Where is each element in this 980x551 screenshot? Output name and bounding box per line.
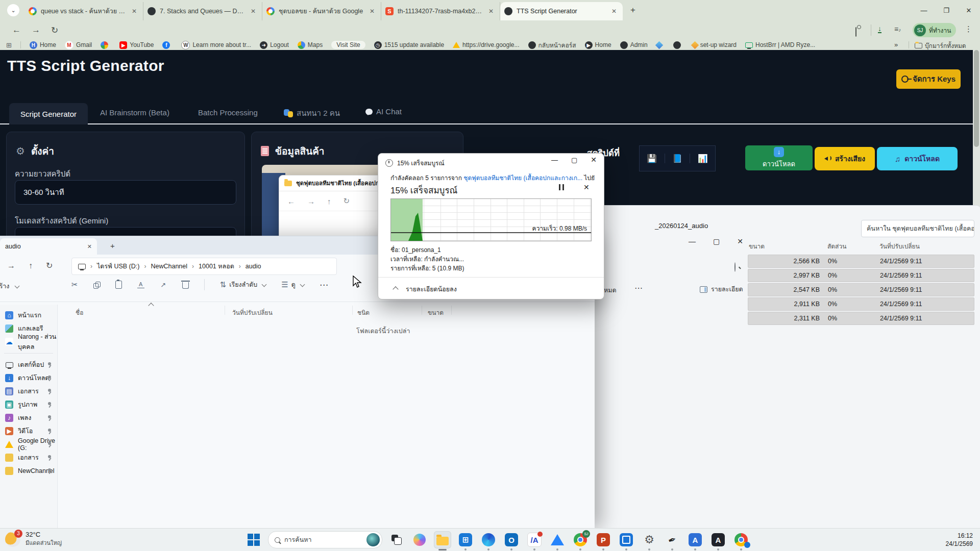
copilot-button[interactable] (411, 531, 428, 548)
cancel-copy-button[interactable]: ✕ (583, 183, 590, 191)
bookmarks-overflow-icon[interactable]: » (894, 41, 898, 48)
browser-tab-3[interactable]: ชุดบอลขย - ค้นหาด้วย Google ✕ (262, 2, 381, 20)
sidebar-home[interactable]: ⌂หน้าแรก (0, 309, 57, 322)
restore-button[interactable]: ▢ (713, 237, 720, 245)
back-icon[interactable]: ← (12, 25, 21, 35)
manage-keys-button[interactable]: จัดการ Keys (896, 69, 961, 89)
close-button[interactable]: ✕ (737, 237, 743, 245)
google-drive-button[interactable] (549, 531, 566, 548)
bookmark-facebook[interactable]: f (162, 41, 173, 49)
col-size[interactable]: ขนาด (749, 241, 765, 251)
new-tab-button[interactable]: + (623, 5, 643, 15)
bookmark-logout[interactable]: ➜Logout (260, 41, 289, 49)
export-icon[interactable]: 📘 (665, 154, 691, 163)
download-script-button[interactable]: ↓ ดาวน์โหลด (745, 145, 813, 170)
powerpoint-button[interactable]: P (595, 531, 612, 548)
taskbar-search[interactable]: การค้นหา (268, 531, 382, 548)
close-button[interactable]: ✕ (591, 156, 597, 164)
toolbar-partial-label[interactable]: หมด (604, 285, 617, 295)
browser-tab-4[interactable]: S th-11134207-7rasb-ma4xb2jy3 ✕ (381, 2, 500, 20)
crumb-usb-drive[interactable]: ไดรฟ์ USB (D:) (97, 261, 139, 271)
tab-ai-brainstorm[interactable]: AI Brainstorm (Beta) (100, 108, 169, 117)
bookmark-home2[interactable]: ▶Home (585, 41, 611, 49)
downloads-icon[interactable]: ↓ (878, 26, 881, 33)
crumb-newchannel[interactable]: NewChannel (151, 263, 187, 270)
restore-button[interactable]: ❐ (935, 0, 958, 20)
store-button[interactable]: ⊞ (457, 531, 474, 548)
chrome-button[interactable]: SJ (572, 531, 589, 548)
blue-a-app-button[interactable]: A (687, 531, 704, 548)
breadcrumb[interactable]: › ไดรฟ์ USB (D:) › NewChannel › 10001 หล… (71, 258, 337, 275)
sidebar-desktop[interactable]: เดสก์ท็อป (0, 358, 57, 371)
bookmark-youtube[interactable]: ▶YouTube (119, 41, 154, 49)
tab-close-icon[interactable]: ✕ (87, 243, 92, 250)
minimize-button[interactable]: — (551, 156, 558, 164)
bookmark-visit-site[interactable]: Visit Site (331, 41, 365, 49)
close-button[interactable]: ✕ (958, 0, 980, 20)
bookmark-drive[interactable]: https://drive.google... (453, 41, 519, 48)
popup-up-icon[interactable]: ↑ (327, 197, 331, 206)
bookmark-home[interactable]: HHome (30, 41, 56, 49)
rename-icon[interactable]: A (137, 281, 144, 288)
tab-batch-processing[interactable]: Batch Processing (198, 108, 258, 117)
reload-icon[interactable]: ↻ (51, 25, 58, 36)
chrome-alt-button[interactable] (732, 531, 750, 548)
minimize-button[interactable]: — (913, 0, 935, 20)
file-row[interactable]: 2,997 KB 0% 24/1/2569 9:11 (748, 269, 974, 282)
forward-icon[interactable]: → (7, 261, 15, 270)
bookmark-1515[interactable]: ◷1515 update available (374, 41, 444, 49)
menu-kebab-icon[interactable]: ⋮ (965, 24, 972, 34)
file-row[interactable]: 2,547 KB 0% 24/1/2569 9:11 (748, 283, 974, 296)
search-box[interactable]: ค้นหาใน ชุดฟุตบอลทีมชาติไทย (เสื้อคอปกแล… (861, 220, 974, 237)
all-bookmarks-button[interactable]: บุ๊กมาร์กทั้งหมด (915, 41, 966, 51)
crumb-audio[interactable]: audio (246, 263, 261, 270)
bookmark-gmail[interactable]: MGmail (65, 41, 92, 49)
tab-ai-chat[interactable]: AI Chat (365, 107, 402, 116)
bookmark-wordpress[interactable]: WLearn more about tr... (181, 41, 251, 49)
tab-close-icon[interactable]: ✕ (486, 7, 496, 16)
pen-app-button[interactable]: ✒ (664, 531, 681, 548)
tab-search-icon[interactable]: ⌄ (7, 4, 19, 16)
delete-icon[interactable] (182, 282, 189, 289)
details-toggle[interactable]: รายละเอียด (700, 284, 743, 294)
sort-button[interactable]: ⇅ เรียงลำดับ (220, 280, 266, 290)
settings-button[interactable]: ⚙ (641, 531, 658, 548)
bookmark-diamond[interactable] (656, 42, 665, 48)
reading-list-icon[interactable]: ≡♪ (894, 25, 901, 33)
tab-close-icon[interactable]: ✕ (609, 7, 619, 16)
sidebar-newchannel[interactable]: NewChannel (0, 464, 57, 478)
browser-tab-2[interactable]: 7. Stacks and Queues — Data S ✕ (143, 2, 262, 20)
tab-close-icon[interactable]: ✕ (249, 7, 258, 16)
cut-icon[interactable]: ✂ (71, 280, 78, 289)
source-link[interactable]: ชุดฟุตบอลทีมชาติไทย (เสื้อคอปกและกางเก..… (463, 174, 582, 182)
sidebar-videos[interactable]: ▶วิดีโอ (0, 424, 57, 438)
bookmark-globe[interactable] (673, 41, 683, 49)
sidebar-documents-2[interactable]: เอกสาร (0, 451, 57, 464)
sidebar-music[interactable]: ♪เพลง (0, 411, 57, 424)
popup-forward-icon[interactable]: → (307, 197, 315, 206)
bookmark-admin[interactable]: Admin (620, 41, 648, 49)
fewer-details-toggle[interactable]: รายละเอียดน้อยลง (394, 284, 457, 294)
search-icon[interactable] (734, 262, 736, 272)
save-icon[interactable]: 💾 (640, 154, 665, 163)
file-explorer-button[interactable] (434, 531, 451, 548)
dark-a-app-button[interactable]: A (709, 531, 727, 548)
tab-two-person-chat[interactable]: สนทนา 2 คน (284, 107, 340, 119)
generate-audio-button[interactable]: สร้างเสียง (815, 147, 875, 170)
bookmark-paw[interactable] (101, 41, 111, 49)
page-scrollbar-thumb[interactable] (974, 50, 979, 147)
file-row[interactable]: 2,566 KB 0% 24/1/2569 9:11 (748, 255, 974, 268)
outlook-button[interactable]: O (503, 531, 520, 548)
new-tab-icon[interactable]: + (110, 241, 115, 250)
edge-button[interactable] (480, 531, 497, 548)
crumb-10001[interactable]: 10001 หลอด (199, 261, 234, 271)
clock-widget[interactable]: 16:12 24/1/2569 (946, 532, 973, 548)
sidebar-downloads[interactable]: ↓ดาวน์โหลด (0, 371, 57, 385)
share-icon[interactable]: ↗ (160, 282, 167, 288)
sidebar-onedrive[interactable]: ☁Narong - ส่วนบุคคล (0, 335, 57, 348)
bookmark-setup-wizard[interactable]: set-up wizard (692, 41, 737, 48)
address-text[interactable]: _20260124_audio (655, 222, 708, 230)
extensions-icon[interactable] (855, 27, 856, 37)
profile-chip[interactable]: SJ ที่ทำงาน (913, 23, 956, 37)
col-name[interactable]: ชื่อ (76, 308, 83, 317)
